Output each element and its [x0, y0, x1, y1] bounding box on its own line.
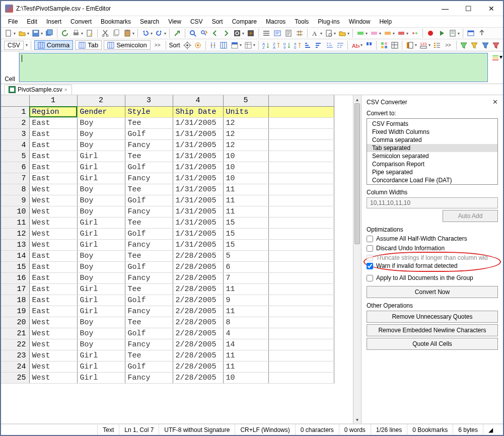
cell[interactable]: Region	[29, 106, 77, 117]
cell[interactable]: East	[29, 261, 77, 272]
cell-tool-icon[interactable]: ▾	[491, 51, 503, 84]
panel-close-icon[interactable]: ✕	[492, 98, 498, 106]
wrap-none-icon[interactable]	[262, 29, 271, 38]
file-tab[interactable]: PivotSample.csv ×	[4, 85, 72, 95]
cell[interactable]: 10	[223, 173, 268, 184]
font-icon[interactable]: A	[311, 29, 320, 38]
minimize-button[interactable]: —	[434, 1, 457, 16]
column-header-empty[interactable]	[268, 95, 334, 106]
cell[interactable]: Boy	[77, 206, 125, 217]
cell-empty[interactable]	[268, 228, 334, 239]
cell[interactable]: East	[29, 306, 77, 317]
cell[interactable]: Boy	[77, 317, 125, 328]
cell[interactable]: Fancy	[125, 339, 173, 350]
menu-sort[interactable]: Sort	[208, 17, 227, 26]
close-button[interactable]: ✕	[480, 1, 503, 16]
marker-green-icon[interactable]	[356, 29, 365, 38]
format-option[interactable]: CSV Formats	[367, 120, 497, 128]
menu-insert[interactable]: Insert	[42, 17, 65, 26]
cell[interactable]: Fancy	[125, 239, 173, 250]
cell[interactable]: 2/28/2005	[173, 350, 223, 361]
cell[interactable]: Tee	[125, 217, 173, 228]
cell[interactable]: 2/28/2005	[173, 283, 223, 295]
cell-empty[interactable]	[268, 317, 334, 328]
row-number[interactable]: 11	[1, 217, 29, 228]
cell[interactable]: 5	[223, 250, 268, 261]
row-number[interactable]: 2	[1, 117, 29, 128]
filter-orange-icon[interactable]	[470, 41, 479, 50]
menu-compare[interactable]: Compare	[228, 17, 261, 26]
cell[interactable]: 1/31/2005	[173, 128, 223, 139]
cell[interactable]: Golf	[125, 195, 173, 206]
properties-icon[interactable]	[85, 29, 94, 38]
cell-empty[interactable]	[268, 151, 334, 162]
undo-icon[interactable]	[141, 29, 150, 38]
cell[interactable]: 2/28/2005	[173, 295, 223, 306]
cell[interactable]: 6	[223, 261, 268, 272]
cell[interactable]: Fancy	[125, 306, 173, 317]
cell[interactable]: Boy	[77, 184, 125, 195]
cell[interactable]: 1/31/2005	[173, 139, 223, 151]
opt-truncate-check[interactable]: Truncate strings if longer than column w…	[367, 254, 498, 262]
find-icon[interactable]	[188, 29, 197, 38]
cell-empty[interactable]	[268, 250, 334, 261]
cell[interactable]: West	[29, 239, 77, 250]
cell[interactable]: Tee	[125, 184, 173, 195]
cell[interactable]: Fancy	[125, 206, 173, 217]
row-number[interactable]: 22	[1, 339, 29, 350]
cell[interactable]: 1/31/2005	[173, 151, 223, 162]
auto-add-button[interactable]: Auto Add	[443, 210, 498, 222]
column-header[interactable]: 2	[77, 95, 125, 106]
column-header[interactable]: 1	[29, 95, 77, 106]
cell[interactable]: 12	[223, 139, 268, 151]
row-number[interactable]: 1	[1, 106, 29, 117]
cell[interactable]: Tee	[125, 117, 173, 128]
menu-tools[interactable]: Tools	[291, 17, 313, 26]
cell[interactable]: 11	[223, 283, 268, 295]
cell[interactable]: Girl	[77, 228, 125, 239]
sort-az-asc-icon[interactable]: AZ	[262, 41, 270, 50]
cell[interactable]: East	[29, 272, 77, 283]
cell[interactable]: West	[29, 184, 77, 195]
cell[interactable]: Tee	[125, 317, 173, 328]
mode-tab-button[interactable]: Tab	[75, 40, 102, 50]
row-number[interactable]: 19	[1, 306, 29, 317]
cell-empty[interactable]	[268, 350, 334, 361]
wrap-col-icon[interactable]	[295, 29, 304, 38]
cell[interactable]: Girl	[77, 306, 125, 317]
cell[interactable]: Girl	[77, 283, 125, 295]
sort-len-desc-icon[interactable]	[315, 41, 323, 50]
replace-in-files-icon[interactable]	[246, 29, 255, 38]
cell[interactable]: Golf	[125, 228, 173, 239]
cell[interactable]: West	[29, 361, 77, 372]
menu-plug-ins[interactable]: Plug-ins	[314, 17, 343, 26]
cell-empty[interactable]	[268, 272, 334, 283]
cell[interactable]: East	[29, 151, 77, 162]
cell-empty[interactable]	[268, 372, 334, 383]
cell[interactable]: Boy	[77, 272, 125, 283]
find-next-icon[interactable]	[222, 29, 231, 38]
cell[interactable]: 15	[223, 217, 268, 228]
cell-empty[interactable]	[268, 173, 334, 184]
column-header[interactable]: 4	[173, 95, 223, 106]
marker-manage-icon[interactable]	[410, 29, 419, 38]
adjust-sep-icon[interactable]	[209, 41, 218, 50]
cell[interactable]: West	[29, 339, 77, 350]
cell[interactable]: Tee	[125, 350, 173, 361]
cell[interactable]: 2/28/2005	[173, 250, 223, 261]
row-number[interactable]: 12	[1, 228, 29, 239]
sort-len-asc-icon[interactable]	[304, 41, 313, 50]
menu-file[interactable]: File	[4, 17, 22, 26]
column-header[interactable]: 5	[223, 95, 268, 106]
tab-close-icon[interactable]: ×	[64, 87, 67, 93]
cell[interactable]: 2/28/2005	[173, 317, 223, 328]
copy-icon[interactable]	[112, 29, 121, 38]
cell[interactable]: Girl	[77, 173, 125, 184]
cell[interactable]: 14	[223, 339, 268, 350]
row-number[interactable]: 17	[1, 283, 29, 295]
row-number[interactable]: 14	[1, 250, 29, 261]
cell[interactable]: Boy	[77, 195, 125, 206]
cell[interactable]: 1/31/2005	[173, 195, 223, 206]
replace-icon[interactable]	[199, 29, 208, 38]
marker-orange-icon[interactable]	[383, 29, 392, 38]
